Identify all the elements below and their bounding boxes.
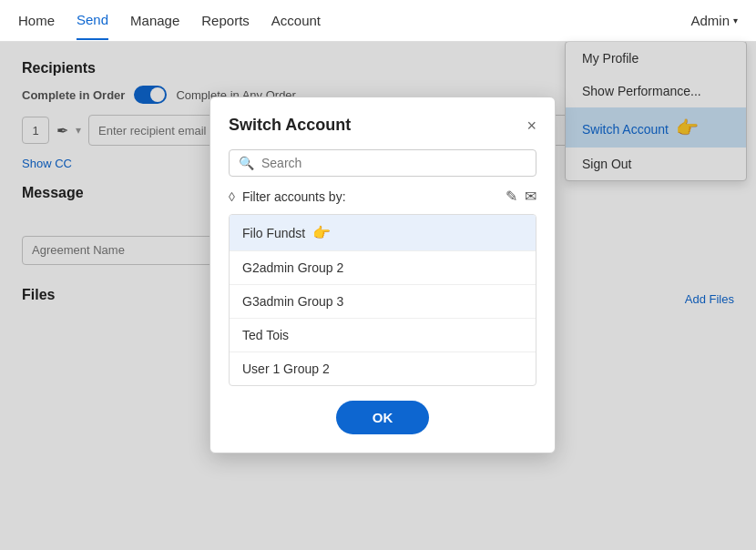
ok-button[interactable]: OK	[336, 401, 430, 434]
account-list: Filo Fundst 👉 G2admin Group 2 G3admin Gr…	[229, 214, 536, 386]
account-item-ted[interactable]: Ted Tois	[230, 319, 536, 352]
dialog-footer: OK	[229, 401, 536, 434]
close-icon[interactable]: ×	[526, 117, 536, 134]
nav-items: Home Send Manage Reports Account	[18, 1, 690, 40]
nav-home[interactable]: Home	[18, 2, 55, 39]
account-item-filo[interactable]: Filo Fundst 👉	[230, 215, 536, 251]
admin-menu-trigger[interactable]: Admin ▾	[690, 13, 738, 28]
dialog-header: Switch Account ×	[229, 116, 536, 135]
search-icon: 🔍	[239, 156, 254, 170]
account-item-g3admin[interactable]: G3admin Group 3	[230, 285, 536, 319]
account-item-user1[interactable]: User 1 Group 2	[230, 352, 536, 385]
mail-icon[interactable]: ✉	[525, 188, 536, 205]
search-input[interactable]	[261, 156, 526, 170]
top-navigation: Home Send Manage Reports Account Admin ▾…	[0, 0, 756, 42]
edit-icon[interactable]: ✎	[506, 188, 517, 205]
filter-row: ◊ Filter accounts by: ✎ ✉	[229, 188, 536, 205]
nav-manage[interactable]: Manage	[130, 2, 179, 39]
nav-send[interactable]: Send	[77, 1, 108, 40]
switch-account-dialog: Switch Account × 🔍 ◊ Filter accounts by:…	[209, 97, 556, 453]
main-content: Recipients Complete in Order Complete in…	[0, 42, 756, 550]
chevron-down-icon: ▾	[733, 15, 738, 25]
dialog-title: Switch Account	[229, 116, 351, 135]
cursor-pointer-icon: 👉	[312, 224, 331, 241]
search-box: 🔍	[229, 149, 536, 177]
account-item-g2admin[interactable]: G2admin Group 2	[230, 251, 536, 285]
filter-label: Filter accounts by:	[242, 189, 498, 204]
filter-icon: ◊	[229, 189, 235, 204]
nav-account[interactable]: Account	[271, 2, 321, 39]
admin-label: Admin	[690, 13, 730, 28]
nav-reports[interactable]: Reports	[201, 2, 250, 39]
